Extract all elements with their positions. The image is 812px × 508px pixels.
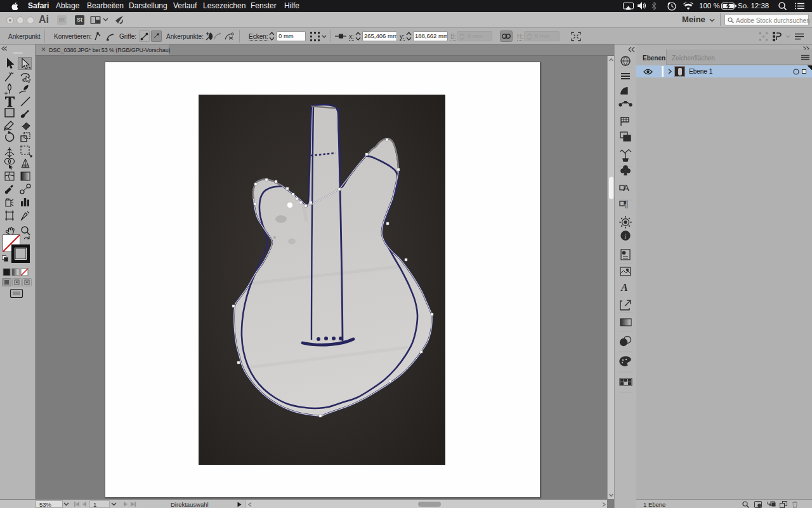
svg-text:A: A: [620, 282, 628, 293]
svg-text:i: i: [624, 232, 626, 240]
